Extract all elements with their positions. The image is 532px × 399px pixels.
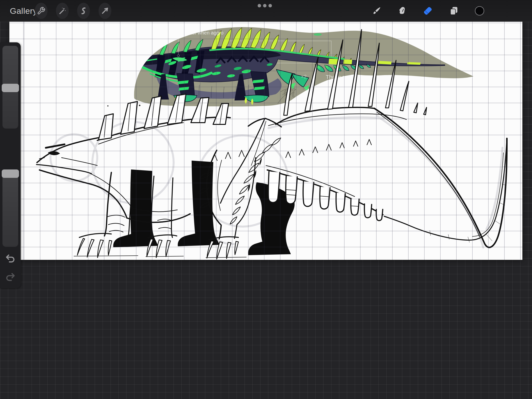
redo-button[interactable] (3, 270, 17, 284)
paint-button[interactable] (369, 3, 385, 19)
multiplier-text: ×2 (301, 74, 307, 79)
redo-arrow-icon (5, 271, 16, 283)
behavior-note-text: ards and flutter when aggro (164, 30, 224, 35)
canvas-options-button[interactable] (258, 4, 272, 7)
paint-speck (339, 29, 343, 31)
stray-dot (139, 105, 140, 106)
erase-button[interactable] (420, 3, 436, 19)
drawing-canvas[interactable]: ards and flutter when aggro These sneak … (9, 22, 522, 260)
ground-lines (74, 256, 246, 258)
far-legs-silhouette (113, 161, 295, 255)
transform-button[interactable] (99, 3, 111, 19)
brush-icon (372, 6, 382, 16)
opacity-slider[interactable] (2, 169, 18, 247)
undo-arrow-icon (5, 253, 16, 264)
opacity-handle[interactable] (2, 169, 19, 178)
adjustments-button[interactable] (56, 3, 69, 19)
artwork: ards and flutter when aggro These sneak … (9, 22, 522, 260)
selection-button[interactable] (77, 3, 90, 19)
ellipsis-icon (268, 4, 272, 7)
stray-dot (107, 105, 109, 107)
smudge-icon (397, 6, 407, 16)
procreate-app: ards and flutter when aggro These sneak … (0, 0, 532, 399)
ellipsis-icon (258, 4, 261, 7)
side-toolbar (0, 42, 21, 288)
undo-button[interactable] (3, 252, 17, 266)
gallery-button[interactable]: Gallery (10, 0, 37, 22)
smudge-button[interactable] (394, 3, 410, 19)
wrench-icon (37, 7, 45, 15)
top-toolbar: Gallery (0, 0, 532, 22)
selection-s-icon (79, 7, 88, 15)
brush-size-handle[interactable] (2, 84, 19, 92)
layers-button[interactable] (446, 3, 462, 19)
eraser-icon (423, 6, 433, 16)
actions-button[interactable] (35, 3, 48, 19)
color-swatch-icon (474, 6, 485, 16)
layers-icon (449, 6, 459, 16)
ellipsis-icon (263, 4, 266, 7)
gallery-label: Gallery (10, 6, 37, 16)
spines-note-text: These sneak (326, 74, 357, 80)
transform-arrow-icon (101, 7, 109, 15)
color-button[interactable] (471, 3, 488, 19)
sketch-neck (97, 117, 230, 144)
magic-wand-icon (58, 7, 66, 15)
